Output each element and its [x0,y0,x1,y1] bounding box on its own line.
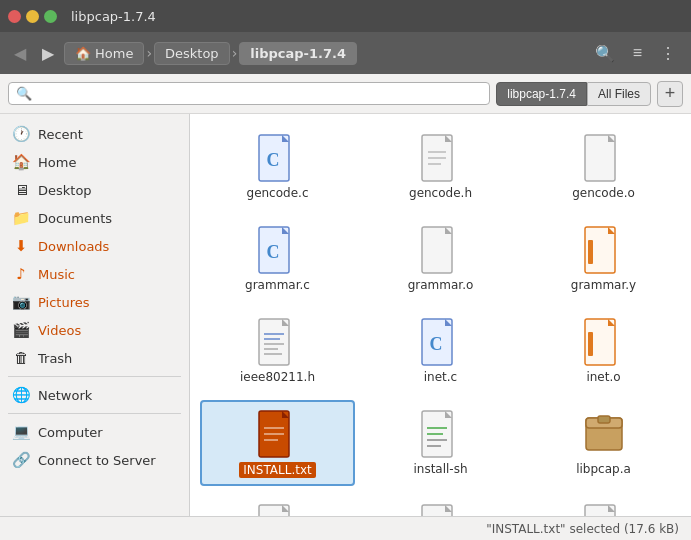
sidebar-item-home[interactable]: 🏠 Home [0,148,189,176]
sidebar-label-recent: Recent [38,127,83,142]
maximize-button[interactable] [44,10,57,23]
file-item-inet-c[interactable]: C inet.c [363,308,518,392]
file-item-install-txt[interactable]: INSTALL.txt [200,400,355,486]
search-input[interactable] [37,86,482,101]
file-icon-install-sh [417,408,465,460]
file-area: C gencode.c gencode.h [190,114,691,516]
file-icon-ieee80211-h [254,316,302,368]
window-title: libpcap-1.7.4 [71,9,156,24]
breadcrumb-current[interactable]: libpcap-1.7.4 [239,42,357,65]
file-item-libpcap-a[interactable]: libpcap.a [526,400,681,486]
toolbar: ◀ ▶ 🏠 🏠 Home Home › Desktop › libpcap-1.… [0,32,691,74]
sidebar-label-pictures: Pictures [38,295,89,310]
file-item-llc-h[interactable]: llc.h [526,494,681,516]
sidebar-item-computer[interactable]: 💻 Computer [0,418,189,446]
file-grid: C gencode.c gencode.h [200,124,681,516]
file-icon-gencode-h [417,132,465,184]
file-icon-grammar-o [417,224,465,276]
file-item-gencode-h[interactable]: gencode.h [363,124,518,208]
filter-tab-current[interactable]: libpcap-1.7.4 [496,82,587,106]
home-sidebar-icon: 🏠 [12,153,30,171]
file-item-libpcap-so[interactable]: libpcap.so.1.7.4 [200,494,355,516]
music-icon: ♪ [12,265,30,283]
file-name-inet-o: inet.o [586,370,620,384]
search-box: 🔍 [8,82,490,105]
sidebar-item-music[interactable]: ♪ Music [0,260,189,288]
sidebar-item-pictures[interactable]: 📷 Pictures [0,288,189,316]
file-name-gencode-h: gencode.h [409,186,472,200]
window-controls [8,10,57,23]
list-view-button[interactable]: ≡ [626,40,649,66]
file-item-install-sh[interactable]: install-sh [363,400,518,486]
sidebar-item-documents[interactable]: 📁 Documents [0,204,189,232]
file-icon-inet-c: C [417,316,465,368]
file-item-grammar-c[interactable]: C grammar.c [200,216,355,300]
main-layout: 🕐 Recent 🏠 Home 🖥 Desktop 📁 Documents ⬇ … [0,114,691,516]
sidebar-label-downloads: Downloads [38,239,109,254]
computer-icon: 💻 [12,423,30,441]
sidebar-label-music: Music [38,267,75,282]
breadcrumb-desktop[interactable]: Desktop [154,42,230,65]
file-item-license[interactable]: LICENSE [363,494,518,516]
sidebar-label-home: Home [38,155,76,170]
close-button[interactable] [8,10,21,23]
documents-icon: 📁 [12,209,30,227]
sidebar-label-network: Network [38,388,92,403]
sidebar: 🕐 Recent 🏠 Home 🖥 Desktop 📁 Documents ⬇ … [0,114,190,516]
forward-button[interactable]: ▶ [36,40,60,67]
sidebar-label-documents: Documents [38,211,112,226]
sidebar-item-recent[interactable]: 🕐 Recent [0,120,189,148]
sidebar-label-computer: Computer [38,425,103,440]
sidebar-item-desktop[interactable]: 🖥 Desktop [0,176,189,204]
sidebar-item-trash[interactable]: 🗑 Trash [0,344,189,372]
file-icon-gencode-o [580,132,628,184]
file-icon-install-txt [254,408,302,460]
file-icon-grammar-y [580,224,628,276]
grid-view-button[interactable]: ⋮ [653,40,683,67]
search-icon: 🔍 [16,86,32,101]
file-item-inet-o[interactable]: inet.o [526,308,681,392]
search-button[interactable]: 🔍 [588,40,622,67]
sidebar-label-desktop: Desktop [38,183,92,198]
videos-icon: 🎬 [12,321,30,339]
downloads-icon: ⬇ [12,237,30,255]
breadcrumb-home[interactable]: 🏠 🏠 Home Home [64,42,144,65]
file-name-grammar-c: grammar.c [245,278,310,292]
file-icon-inet-o [580,316,628,368]
file-icon-grammar-c: C [254,224,302,276]
svg-rect-30 [588,332,593,356]
svg-rect-44 [598,416,610,423]
file-name-grammar-y: grammar.y [571,278,636,292]
file-item-gencode-o[interactable]: gencode.o [526,124,681,208]
location-bar: 🔍 libpcap-1.7.4 All Files + [0,74,691,114]
filter-tabs: libpcap-1.7.4 All Files [496,82,651,106]
file-name-libpcap-a: libpcap.a [576,462,631,476]
sidebar-item-videos[interactable]: 🎬 Videos [0,316,189,344]
file-item-grammar-o[interactable]: grammar.o [363,216,518,300]
file-icon-libpcap-a [580,408,628,460]
file-name-ieee80211-h: ieee80211.h [240,370,315,384]
file-icon-gencode-c: C [254,132,302,184]
svg-text:C: C [266,150,279,170]
back-button[interactable]: ◀ [8,40,32,67]
breadcrumb: 🏠 🏠 Home Home › Desktop › libpcap-1.7.4 [64,42,584,65]
sidebar-item-connect[interactable]: 🔗 Connect to Server [0,446,189,474]
file-name-gencode-o: gencode.o [572,186,635,200]
breadcrumb-sep-2: › [232,45,238,61]
sidebar-label-videos: Videos [38,323,81,338]
file-item-ieee80211-h[interactable]: ieee80211.h [200,308,355,392]
home-icon: 🏠 [75,46,91,61]
filter-tab-all[interactable]: All Files [587,82,651,106]
file-name-install-sh: install-sh [413,462,467,476]
breadcrumb-sep-1: › [146,45,152,61]
titlebar: libpcap-1.7.4 [0,0,691,32]
file-item-gencode-c[interactable]: C gencode.c [200,124,355,208]
sidebar-label-trash: Trash [38,351,72,366]
file-item-grammar-y[interactable]: grammar.y [526,216,681,300]
add-button[interactable]: + [657,81,683,107]
sidebar-item-network[interactable]: 🌐 Network [0,381,189,409]
minimize-button[interactable] [26,10,39,23]
file-name-install-txt: INSTALL.txt [239,462,315,478]
file-name-inet-c: inet.c [424,370,457,384]
sidebar-item-downloads[interactable]: ⬇ Downloads [0,232,189,260]
